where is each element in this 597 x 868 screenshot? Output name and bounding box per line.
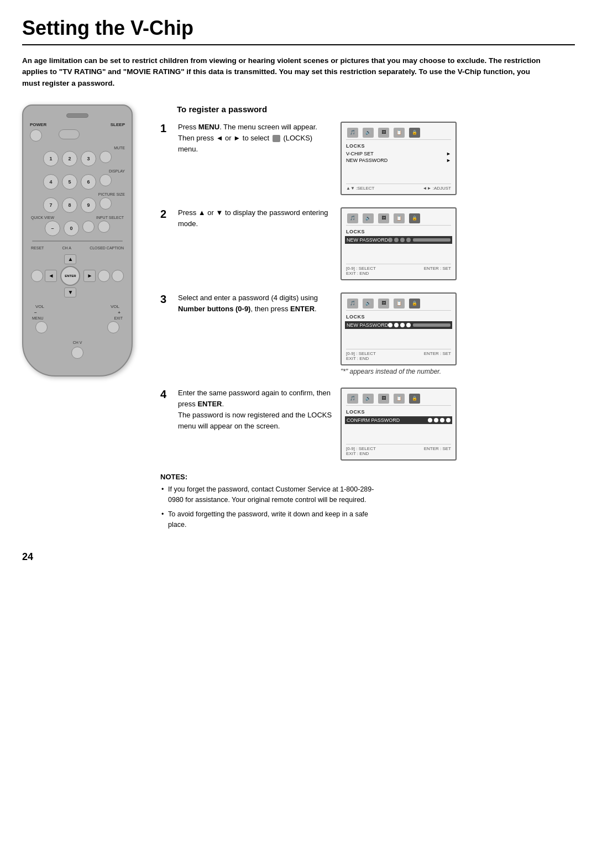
enter-button[interactable]: ENTER xyxy=(60,266,80,286)
btn-2[interactable]: 2 xyxy=(62,151,77,166)
intro-text: An age limitation can be set to restrict… xyxy=(22,55,547,89)
display-label: DISPLAY xyxy=(109,169,125,173)
step-4-screen-footer: [0-9] : SELECT EXIT : END ENTER : SET xyxy=(346,444,451,456)
step-3-text: Select and enter a password (4 digits) u… xyxy=(178,292,333,315)
step-3-note: "*" appears instead of the number. xyxy=(341,368,441,375)
step-4-number: 4 xyxy=(160,388,171,401)
step-3-password-row: NEW PASSWORD xyxy=(345,321,452,329)
cpdot-1 xyxy=(428,418,432,422)
dot-4 xyxy=(406,238,411,242)
btn-7[interactable]: 7 xyxy=(43,197,59,213)
tv-icon-s2-1: 🎵 xyxy=(347,213,358,223)
step-2-text: Press ▲ or ▼ to display the password ent… xyxy=(178,207,333,229)
tv-icon-s4-2: 🔊 xyxy=(363,394,374,404)
reset-button[interactable] xyxy=(31,270,43,282)
dpad-down[interactable]: ▼ xyxy=(64,287,76,297)
btn-6[interactable]: 6 xyxy=(81,174,96,190)
page-title: Setting the V-Chip xyxy=(22,17,575,45)
display-button[interactable] xyxy=(100,174,112,186)
btn-3[interactable]: 3 xyxy=(81,151,96,166)
tv-icon-s2-4: 📋 xyxy=(394,213,405,223)
step-2-screen-footer: [0-9] : SELECT EXIT : END ENTER : SET xyxy=(346,264,451,276)
ch-a-label: CH A xyxy=(62,246,71,250)
step-1-screen-footer: ▲▼ :SELECT ◄► :ADJUST xyxy=(346,184,451,191)
tv-icon-s2-2: 🔊 xyxy=(363,213,374,223)
ch-v-button[interactable] xyxy=(71,347,83,359)
note-1: If you forget the password, contact Cust… xyxy=(160,484,381,505)
step-2-menu-title: LOCKS xyxy=(346,229,451,234)
closed-caption-label: CLOSED CAPTION xyxy=(90,246,124,250)
dpad-up[interactable]: ▲ xyxy=(64,254,76,264)
power-button[interactable] xyxy=(30,129,42,142)
step-1: 1 Press MENU. The menu screen will appea… xyxy=(160,122,575,195)
menu-button[interactable] xyxy=(35,321,48,333)
vol-minus-label: VOL xyxy=(35,304,44,309)
picture-size-button[interactable] xyxy=(100,197,112,210)
step-2-password-row: NEW PASSWORD xyxy=(345,236,452,244)
notes-section: NOTES: If you forget the password, conta… xyxy=(160,473,381,530)
tv-icon-5-active: 🔒 xyxy=(409,128,420,138)
step-4-password-row: CONFIRM PASSWORD xyxy=(345,416,452,424)
tv-icon-s4-1: 🎵 xyxy=(347,394,358,404)
step-1-number: 1 xyxy=(160,122,171,135)
pdot-3 xyxy=(400,323,405,327)
btn-1[interactable]: 1 xyxy=(43,151,59,166)
picture-size-label: PICTURE SIZE xyxy=(98,192,125,196)
dpad-left[interactable]: ◄ xyxy=(45,270,57,282)
tv-icon-2: 🔊 xyxy=(363,128,374,138)
step-4-text: Enter the same password again to confirm… xyxy=(178,388,333,432)
quick-view-button[interactable] xyxy=(82,221,95,233)
ch-v-label: CH V xyxy=(73,341,82,344)
tv-icon-s2-5: 🔒 xyxy=(409,213,420,223)
step-3: 3 Select and enter a password (4 digits)… xyxy=(160,292,575,375)
quick-view-label: QUICK VIEW xyxy=(31,216,54,219)
step-2-number: 2 xyxy=(160,207,171,221)
step-2-screen: 🎵 🔊 🖼 📋 🔒 LOCKS NEW PASSWORD xyxy=(341,207,457,280)
step-1-menu-title: LOCKS xyxy=(346,143,451,149)
vol-plus-label: VOL xyxy=(111,304,119,309)
tv-icon-s4-4: 📋 xyxy=(394,394,405,404)
btn-0[interactable]: 0 xyxy=(64,221,79,236)
input-select-label: INPUT SELECT xyxy=(96,216,124,219)
pdot-2 xyxy=(394,323,399,327)
input-select-button[interactable] xyxy=(98,221,110,233)
tv-icon-s3-2: 🔊 xyxy=(363,299,374,308)
vol-minus-sign: − xyxy=(34,310,37,315)
btn-minus[interactable]: – xyxy=(45,221,60,236)
btn-8[interactable]: 8 xyxy=(62,197,77,213)
step-3-screen-footer: [0-9] : SELECT EXIT : END ENTER : SET xyxy=(346,349,451,361)
menu-label-text: MENU xyxy=(32,316,44,320)
pdot-1 xyxy=(388,323,392,327)
tv-icon-4: 📋 xyxy=(394,128,405,138)
tv-icon-s3-4: 📋 xyxy=(394,299,405,308)
btn-9[interactable]: 9 xyxy=(81,197,96,213)
power-label: POWER xyxy=(30,122,46,127)
cpdot-3 xyxy=(440,418,444,422)
tv-icon-s3-5: 🔒 xyxy=(409,299,420,308)
step-4: 4 Enter the same password again to confi… xyxy=(160,388,575,461)
cpdot-4 xyxy=(446,418,451,422)
closed-caption-button[interactable] xyxy=(112,270,124,282)
mute-label: MUTE xyxy=(114,146,125,150)
tv-icon-s3-1: 🎵 xyxy=(347,299,358,308)
steps-section: To register a password 1 Press MENU. The… xyxy=(160,104,575,535)
dot-1 xyxy=(388,238,392,242)
notes-title: NOTES: xyxy=(160,473,381,481)
btn-5[interactable]: 5 xyxy=(62,174,77,190)
cpdot-2 xyxy=(434,418,438,422)
tv-icon-s3-3: 🖼 xyxy=(378,299,389,308)
tv-icon-s4-3: 🖼 xyxy=(378,394,389,404)
ch-a-button[interactable] xyxy=(98,270,110,282)
step-2: 2 Press ▲ or ▼ to display the password e… xyxy=(160,207,575,280)
step-4-screen: 🎵 🔊 🖼 📋 🔒 LOCKS CONFIRM PASSWORD xyxy=(341,388,457,461)
tv-icon-3: 🖼 xyxy=(378,128,389,138)
step-4-content: Enter the same password again to confirm… xyxy=(178,388,457,461)
exit-button[interactable] xyxy=(107,321,119,333)
btn-4[interactable]: 4 xyxy=(43,174,59,190)
dpad-right[interactable]: ► xyxy=(83,270,96,282)
step-2-content: Press ▲ or ▼ to display the password ent… xyxy=(178,207,457,280)
page-number: 24 xyxy=(22,551,33,562)
mute-button[interactable] xyxy=(100,151,112,163)
tv-icon-1: 🎵 xyxy=(347,128,358,138)
dot-3 xyxy=(400,238,405,242)
